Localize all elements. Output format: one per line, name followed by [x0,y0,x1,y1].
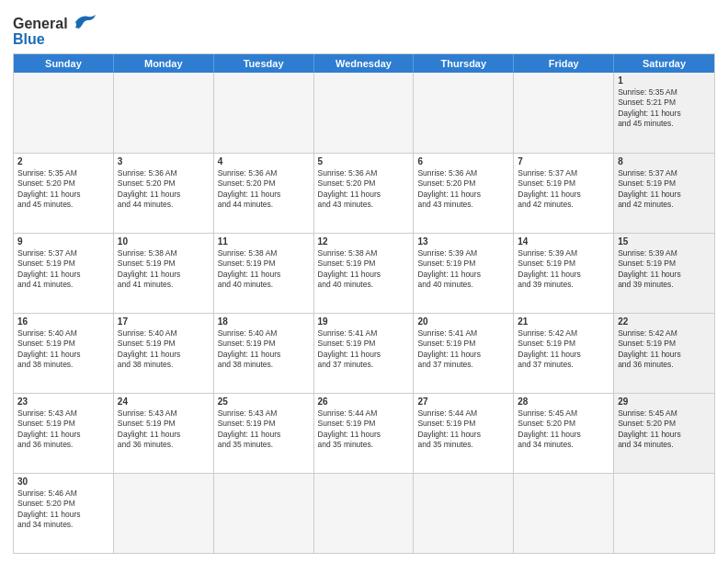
day-info: Sunrise: 5:38 AM Sunset: 5:19 PM Dayligh… [118,248,210,291]
calendar-row-4: 23Sunrise: 5:43 AM Sunset: 5:19 PM Dayli… [14,393,714,473]
calendar: Sunday Monday Tuesday Wednesday Thursday… [13,53,715,554]
day-info: Sunrise: 5:43 AM Sunset: 5:19 PM Dayligh… [218,408,310,451]
header: General Blue [13,9,715,48]
day-info: Sunrise: 5:36 AM Sunset: 5:20 PM Dayligh… [417,168,509,211]
header-thursday: Thursday [414,54,514,73]
calendar-cell [414,73,514,153]
calendar-cell: 7Sunrise: 5:37 AM Sunset: 5:19 PM Daylig… [514,154,614,233]
day-info: Sunrise: 5:36 AM Sunset: 5:20 PM Dayligh… [318,168,410,211]
day-info: Sunrise: 5:43 AM Sunset: 5:19 PM Dayligh… [17,408,109,451]
calendar-cell: 12Sunrise: 5:38 AM Sunset: 5:19 PM Dayli… [314,234,415,313]
calendar-cell: 26Sunrise: 5:44 AM Sunset: 5:19 PM Dayli… [314,394,415,473]
day-number: 2 [17,156,109,167]
day-info: Sunrise: 5:36 AM Sunset: 5:20 PM Dayligh… [218,168,310,211]
calendar-cell: 25Sunrise: 5:43 AM Sunset: 5:19 PM Dayli… [214,394,314,473]
calendar-cell: 15Sunrise: 5:39 AM Sunset: 5:19 PM Dayli… [614,234,714,313]
calendar-cell: 27Sunrise: 5:44 AM Sunset: 5:19 PM Dayli… [414,394,514,473]
day-number: 4 [218,156,310,167]
calendar-body: 1Sunrise: 5:35 AM Sunset: 5:21 PM Daylig… [14,73,714,553]
day-number: 5 [318,156,410,167]
logo-general-text: General [13,16,68,32]
calendar-cell: 6Sunrise: 5:36 AM Sunset: 5:20 PM Daylig… [414,154,514,233]
day-info: Sunrise: 5:37 AM Sunset: 5:19 PM Dayligh… [17,248,109,291]
calendar-cell [114,474,214,553]
calendar-cell: 4Sunrise: 5:36 AM Sunset: 5:20 PM Daylig… [214,154,314,233]
header-friday: Friday [514,54,614,73]
day-number: 13 [417,236,509,247]
calendar-cell [314,474,415,553]
calendar-cell: 30Sunrise: 5:46 AM Sunset: 5:20 PM Dayli… [14,474,114,553]
calendar-cell: 20Sunrise: 5:41 AM Sunset: 5:19 PM Dayli… [414,314,514,393]
day-info: Sunrise: 5:42 AM Sunset: 5:19 PM Dayligh… [518,328,609,371]
day-number: 7 [518,156,609,167]
calendar-cell: 11Sunrise: 5:38 AM Sunset: 5:19 PM Dayli… [214,234,314,313]
day-number: 16 [17,316,109,327]
day-number: 3 [118,156,210,167]
day-number: 28 [518,396,609,407]
day-number: 22 [618,316,711,327]
day-number: 15 [618,236,711,247]
day-number: 26 [318,396,410,407]
day-info: Sunrise: 5:39 AM Sunset: 5:19 PM Dayligh… [618,248,711,291]
day-info: Sunrise: 5:40 AM Sunset: 5:19 PM Dayligh… [17,328,109,371]
calendar-cell [614,474,714,553]
day-info: Sunrise: 5:35 AM Sunset: 5:21 PM Dayligh… [618,87,711,130]
day-number: 17 [118,316,210,327]
calendar-cell [214,73,314,153]
day-info: Sunrise: 5:44 AM Sunset: 5:19 PM Dayligh… [318,408,410,451]
day-info: Sunrise: 5:40 AM Sunset: 5:19 PM Dayligh… [118,328,210,371]
calendar-cell [314,73,415,153]
calendar-cell: 28Sunrise: 5:45 AM Sunset: 5:20 PM Dayli… [514,394,614,473]
calendar-row-5: 30Sunrise: 5:46 AM Sunset: 5:20 PM Dayli… [14,473,714,553]
day-info: Sunrise: 5:37 AM Sunset: 5:19 PM Dayligh… [518,168,609,211]
calendar-cell [14,73,114,153]
calendar-cell: 13Sunrise: 5:39 AM Sunset: 5:19 PM Dayli… [414,234,514,313]
day-info: Sunrise: 5:37 AM Sunset: 5:19 PM Dayligh… [618,168,711,211]
day-info: Sunrise: 5:39 AM Sunset: 5:19 PM Dayligh… [417,248,509,291]
calendar-cell: 5Sunrise: 5:36 AM Sunset: 5:20 PM Daylig… [314,154,415,233]
calendar-cell: 22Sunrise: 5:42 AM Sunset: 5:19 PM Dayli… [614,314,714,393]
day-number: 20 [417,316,509,327]
logo-bird-icon [72,13,97,35]
calendar-cell: 2Sunrise: 5:35 AM Sunset: 5:20 PM Daylig… [14,154,114,233]
calendar-cell: 23Sunrise: 5:43 AM Sunset: 5:19 PM Dayli… [14,394,114,473]
day-info: Sunrise: 5:46 AM Sunset: 5:20 PM Dayligh… [17,488,109,531]
calendar-row-1: 2Sunrise: 5:35 AM Sunset: 5:20 PM Daylig… [14,153,714,233]
calendar-cell: 21Sunrise: 5:42 AM Sunset: 5:19 PM Dayli… [514,314,614,393]
calendar-header: Sunday Monday Tuesday Wednesday Thursday… [14,54,714,73]
header-sunday: Sunday [14,54,114,73]
day-number: 30 [17,477,109,487]
day-info: Sunrise: 5:45 AM Sunset: 5:20 PM Dayligh… [518,408,609,451]
calendar-cell [214,474,314,553]
day-number: 27 [417,396,509,407]
day-number: 10 [118,236,210,247]
header-monday: Monday [114,54,214,73]
day-number: 21 [518,316,609,327]
day-number: 14 [518,236,609,247]
day-info: Sunrise: 5:45 AM Sunset: 5:20 PM Dayligh… [618,408,711,451]
header-wednesday: Wednesday [314,54,415,73]
calendar-cell: 18Sunrise: 5:40 AM Sunset: 5:19 PM Dayli… [214,314,314,393]
calendar-row-3: 16Sunrise: 5:40 AM Sunset: 5:19 PM Dayli… [14,313,714,393]
calendar-cell: 9Sunrise: 5:37 AM Sunset: 5:19 PM Daylig… [14,234,114,313]
calendar-row-2: 9Sunrise: 5:37 AM Sunset: 5:19 PM Daylig… [14,233,714,313]
day-number: 24 [118,396,210,407]
calendar-cell: 14Sunrise: 5:39 AM Sunset: 5:19 PM Dayli… [514,234,614,313]
calendar-cell: 19Sunrise: 5:41 AM Sunset: 5:19 PM Dayli… [314,314,415,393]
day-number: 18 [218,316,310,327]
day-number: 6 [417,156,509,167]
day-info: Sunrise: 5:38 AM Sunset: 5:19 PM Dayligh… [318,248,410,291]
day-info: Sunrise: 5:42 AM Sunset: 5:19 PM Dayligh… [618,328,711,371]
day-info: Sunrise: 5:38 AM Sunset: 5:19 PM Dayligh… [218,248,310,291]
header-saturday: Saturday [614,54,714,73]
calendar-cell: 8Sunrise: 5:37 AM Sunset: 5:19 PM Daylig… [614,154,714,233]
calendar-cell: 3Sunrise: 5:36 AM Sunset: 5:20 PM Daylig… [114,154,214,233]
day-info: Sunrise: 5:36 AM Sunset: 5:20 PM Dayligh… [118,168,210,211]
day-number: 19 [318,316,410,327]
logo-blue-text: Blue [13,31,45,48]
day-number: 1 [618,75,711,86]
day-info: Sunrise: 5:35 AM Sunset: 5:20 PM Dayligh… [17,168,109,211]
day-info: Sunrise: 5:39 AM Sunset: 5:19 PM Dayligh… [518,248,609,291]
day-info: Sunrise: 5:40 AM Sunset: 5:19 PM Dayligh… [218,328,310,371]
day-number: 8 [618,156,711,167]
